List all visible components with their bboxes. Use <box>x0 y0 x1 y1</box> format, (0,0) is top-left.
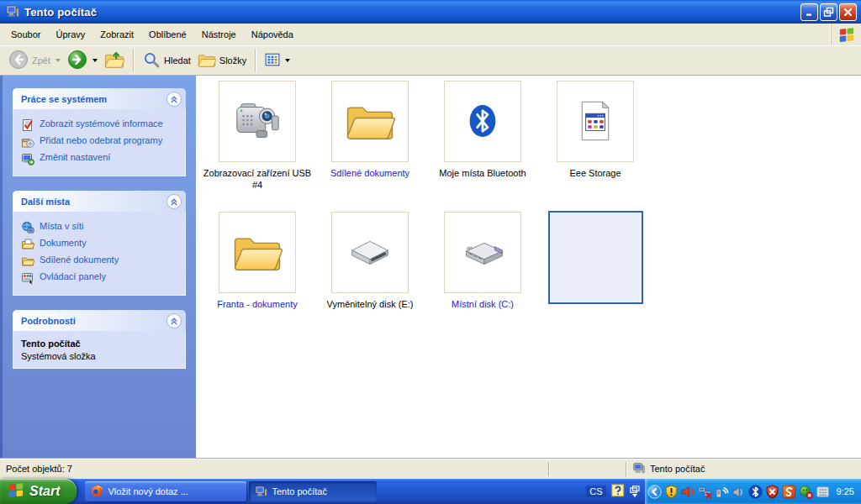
file-tile-bluetooth-places[interactable]: Moje místa Bluetooth <box>426 81 539 191</box>
title-bar: Tento počítač <box>0 0 861 24</box>
language-indicator[interactable]: CS <box>586 486 605 497</box>
menu-bar: Soubor Úpravy Zobrazit Oblíbené Nástroje… <box>0 24 861 45</box>
task-buttons: Vložit nový dotaz ... Tento počítač <box>85 481 377 501</box>
selected-empty-tile[interactable] <box>548 211 643 304</box>
chevron-up-icon[interactable] <box>166 194 182 209</box>
back-button[interactable]: Zpět <box>5 47 64 74</box>
sidebar-item-documents[interactable]: Dokumenty <box>21 238 182 251</box>
back-dropdown-icon <box>55 59 61 62</box>
tray-window-icon[interactable] <box>816 485 830 499</box>
taskbar-button-label: Vložit nový dotaz ... <box>108 486 188 496</box>
file-list-area[interactable]: Zobrazovací zařízení USB #4 Sdílené doku… <box>196 76 861 458</box>
file-tile-local-disk-c[interactable]: Místní disk (C:) <box>426 212 539 310</box>
network-disconnected-icon[interactable] <box>698 485 712 499</box>
sidebar-item-network-places[interactable]: Místa v síti <box>21 221 182 234</box>
views-button[interactable] <box>261 50 293 71</box>
taskbar-button-my-computer[interactable]: Tento počítač <box>249 481 377 501</box>
panel-body: Místa v síti Dokumenty Sdílené dokumenty <box>13 212 186 296</box>
menu-oblibene[interactable]: Oblíbené <box>141 24 194 45</box>
taskbar-button-firefox[interactable]: Vložit nový dotaz ... <box>85 481 246 501</box>
removable-disk-icon <box>344 226 396 280</box>
security-shield-icon[interactable] <box>664 485 679 499</box>
thumbnail-frame <box>444 81 521 162</box>
s-app-icon[interactable] <box>782 485 796 499</box>
panel-header-other-places[interactable]: Další místa <box>13 191 186 212</box>
sidebar-item-label: Sdílené dokumenty <box>40 255 119 265</box>
sidebar-item-system-info[interactable]: Zobrazit systémové informace <box>21 118 182 132</box>
menu-soubor[interactable]: Soubor <box>3 24 48 45</box>
thumbnail-frame <box>219 212 296 293</box>
chevron-up-icon[interactable] <box>166 92 182 107</box>
volume-icon[interactable] <box>681 485 695 499</box>
alert-shield-icon[interactable] <box>765 485 779 499</box>
bluetooth-tray-icon[interactable] <box>748 485 763 499</box>
folder-up-icon <box>104 50 124 71</box>
minimize-button[interactable] <box>800 3 818 21</box>
folder-icon <box>345 99 395 144</box>
app-error-icon[interactable] <box>799 485 813 499</box>
sidebar-item-label: Ovládací panely <box>40 271 106 282</box>
panel-header-system-tasks[interactable]: Práce se systémem <box>13 88 186 109</box>
menu-napoveda[interactable]: Nápověda <box>244 24 301 45</box>
folders-icon <box>198 52 216 70</box>
file-label: Místní disk (C:) <box>452 298 514 310</box>
menu-zobrazit[interactable]: Zobrazit <box>92 24 141 45</box>
sidebar-item-shared-documents[interactable]: Sdílené dokumenty <box>21 255 182 268</box>
search-icon <box>143 51 161 71</box>
menu-nastroje[interactable]: Nástroje <box>194 24 244 45</box>
sidebar-item-label: Změnit nastavení <box>40 152 110 163</box>
sidebar-item-label: Zobrazit systémové informace <box>40 118 163 129</box>
panel-body: Zobrazit systémové informace Přidat nebo… <box>13 109 186 176</box>
thumbnail-frame <box>331 212 409 293</box>
audio-device-icon[interactable] <box>732 485 746 499</box>
sidebar-item-change-settings[interactable]: Změnit nastavení <box>21 152 182 165</box>
close-button[interactable] <box>839 3 857 21</box>
file-label: Zobrazovací zařízení USB #4 <box>203 167 312 191</box>
forward-dropdown-icon <box>92 59 98 62</box>
file-tile-shared-documents[interactable]: Sdílené dokumenty <box>314 81 426 191</box>
thumbnail-frame <box>331 81 409 162</box>
file-tile-removable-disk-e[interactable]: Vyměnitelný disk (E:) <box>314 212 426 310</box>
sidebar-item-label: Místa v síti <box>40 221 84 232</box>
hard-disk-icon <box>457 226 509 280</box>
change-settings-icon <box>21 152 34 165</box>
collapse-chevron-icon[interactable] <box>647 485 662 499</box>
up-button[interactable] <box>101 48 128 73</box>
forward-button[interactable] <box>64 47 101 74</box>
window-title: Tento počítač <box>24 6 799 18</box>
add-remove-programs-icon <box>21 135 34 149</box>
panel-header-details[interactable]: Podrobnosti <box>13 310 186 331</box>
search-button[interactable]: Hledat <box>140 49 194 73</box>
file-tile-franta-documents[interactable]: Franta - dokumenty <box>201 212 314 310</box>
language-help-icon[interactable] <box>611 484 625 499</box>
forward-icon <box>67 50 87 71</box>
system-info-icon <box>21 118 34 132</box>
language-bar-options[interactable] <box>630 486 640 497</box>
task-pane: Práce se systémem Zobrazit systémové inf… <box>0 76 196 458</box>
status-bar: Počet objektů: 7 Tento počítač <box>0 458 861 479</box>
sidebar-item-add-remove-programs[interactable]: Přidat nebo odebrat programy <box>21 135 182 149</box>
status-empty-cell <box>550 459 626 479</box>
folders-button[interactable]: Složky <box>194 50 250 72</box>
content-area: Práce se systémem Zobrazit systémové inf… <box>0 76 861 458</box>
sidebar-item-label: Dokumenty <box>40 238 87 249</box>
file-tile-eee-storage[interactable]: Eee Storage <box>539 81 652 191</box>
status-location-label: Tento počítač <box>650 464 705 474</box>
file-tile-selected-empty[interactable] <box>539 212 652 310</box>
wireless-signal-icon[interactable] <box>715 485 729 499</box>
panel-details: Podrobnosti Tento počítač Systémová slož… <box>13 310 186 369</box>
chevron-up-icon[interactable] <box>166 313 182 328</box>
documents-icon <box>21 238 34 251</box>
panel-system-tasks: Práce se systémem Zobrazit systémové inf… <box>13 88 186 176</box>
control-panel-icon <box>21 271 34 285</box>
views-dropdown-icon <box>285 59 290 62</box>
document-app-icon <box>572 96 619 148</box>
sidebar-item-control-panel[interactable]: Ovládací panely <box>21 271 182 285</box>
back-label: Zpět <box>32 55 50 66</box>
icon-row-2: Franta - dokumenty Vyměnitelný disk (E:) <box>201 212 652 310</box>
file-tile-display-device[interactable]: Zobrazovací zařízení USB #4 <box>201 81 314 191</box>
restore-button[interactable] <box>820 3 837 21</box>
start-button[interactable]: Start <box>0 479 77 504</box>
back-icon <box>8 50 29 71</box>
menu-upravy[interactable]: Úpravy <box>48 24 92 45</box>
